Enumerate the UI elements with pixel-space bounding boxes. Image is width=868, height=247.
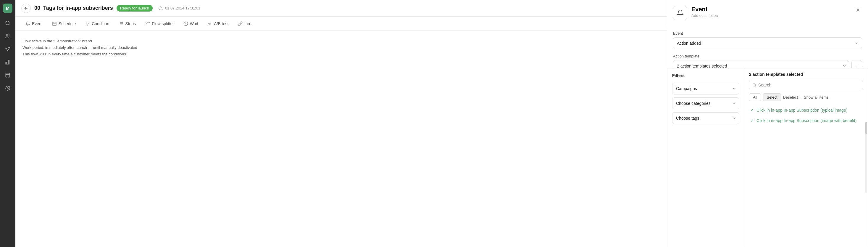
- search-box[interactable]: [749, 80, 863, 90]
- scrollbar-track: [865, 122, 867, 193]
- tab-event-label: Event: [32, 21, 42, 26]
- flow-info-line2: Work period: immediately after launch — …: [23, 45, 660, 51]
- topbar: 00_Tags for in-app subscribers Ready for…: [16, 0, 667, 17]
- save-timestamp: 01.07.2024 17:31:01: [165, 6, 200, 10]
- tab-link-label: Lin...: [244, 21, 253, 26]
- action-template-label: Action template: [673, 54, 862, 58]
- event-field-group: Event Action added: [673, 31, 862, 49]
- tab-ab-test[interactable]: AB A/B test: [203, 19, 232, 28]
- event-select[interactable]: Action added: [673, 37, 862, 49]
- svg-rect-2: [6, 62, 6, 64]
- tab-wait-label: Wait: [190, 21, 198, 26]
- event-label: Event: [673, 31, 862, 35]
- svg-text:AB: AB: [208, 22, 211, 25]
- sidebar-icon-campaigns[interactable]: [2, 44, 13, 54]
- result-label-1: Click in in-app In-app Subscription (typ…: [756, 108, 847, 113]
- check-icon-1: ✓: [750, 107, 754, 113]
- results-panel: 2 action templates selected All Select D…: [744, 68, 868, 247]
- list-icon: [119, 21, 123, 26]
- result-item-1[interactable]: ✓ Click in in-app In-app Subscription (t…: [749, 105, 863, 115]
- tab-condition[interactable]: Condition: [81, 19, 113, 28]
- right-panel: Event Add description Event Action added…: [667, 0, 868, 247]
- search-input[interactable]: [758, 83, 860, 87]
- sidebar-icon-settings[interactable]: [2, 83, 13, 93]
- close-button[interactable]: [854, 6, 862, 14]
- main-content: 00_Tags for in-app subscribers Ready for…: [16, 0, 667, 247]
- cloud-icon: [159, 6, 163, 11]
- svg-point-5: [7, 88, 8, 89]
- result-label-2: Click in in-app In-app Subscription (ima…: [756, 118, 857, 123]
- page-title: 00_Tags for in-app subscribers: [34, 5, 113, 11]
- avatar[interactable]: M: [3, 4, 12, 13]
- svg-marker-10: [86, 22, 90, 25]
- flow-info-line3: This flow will run every time a customer…: [23, 51, 660, 57]
- results-title: 2 action templates selected: [749, 72, 803, 77]
- calendar-icon: [52, 21, 57, 26]
- filter-tab-all[interactable]: All: [749, 93, 761, 101]
- filter-tabs: All Select Deselect · Show all items: [749, 93, 863, 101]
- filter-tab-select[interactable]: Select: [763, 93, 781, 101]
- tab-flow-splitter[interactable]: Flow splitter: [141, 19, 178, 28]
- clock-icon: [183, 21, 188, 26]
- filter-tab-deselect[interactable]: Deselect: [783, 95, 798, 100]
- campaigns-filter-select[interactable]: Campaigns: [672, 83, 739, 94]
- panel-header: Event Add description: [667, 0, 868, 25]
- panel-title: Event: [691, 6, 850, 13]
- sidebar-icon-users[interactable]: [2, 31, 13, 42]
- tab-schedule[interactable]: Schedule: [48, 19, 80, 28]
- tags-filter-select[interactable]: Choose tags: [672, 112, 739, 124]
- sidebar-icon-analytics[interactable]: [2, 57, 13, 67]
- ab-icon: AB: [207, 21, 212, 26]
- svg-rect-6: [53, 22, 56, 25]
- filter-icon: [85, 21, 90, 26]
- panel-body: Event Action added Action template 2 act…: [667, 25, 868, 247]
- svg-point-21: [753, 84, 755, 86]
- categories-filter-select[interactable]: Choose categories: [672, 98, 739, 109]
- result-item-2[interactable]: ✓ Click in in-app In-app Subscription (i…: [749, 115, 863, 126]
- svg-point-1: [6, 34, 8, 36]
- check-icon-2: ✓: [750, 117, 754, 123]
- link-icon: [238, 21, 243, 26]
- tab-ab-test-label: A/B test: [214, 21, 228, 26]
- flow-info-line1: Flow active in the "Demonstration" brand: [23, 38, 660, 45]
- filter-tab-show-all[interactable]: Show all items: [804, 95, 829, 100]
- tab-event[interactable]: Event: [21, 19, 47, 28]
- panel-subtitle: Add description: [691, 13, 850, 18]
- back-button[interactable]: [21, 4, 31, 13]
- tab-flow-splitter-label: Flow splitter: [152, 21, 174, 26]
- search-icon: [752, 83, 756, 87]
- canvas: Flow active in the "Demonstration" brand…: [16, 31, 667, 247]
- scrollbar-thumb[interactable]: [865, 122, 867, 134]
- nav-tabs: Event Schedule Condition Steps Flow spli…: [16, 17, 667, 31]
- filters-panel: Filters Campaigns Choose categories Choo…: [668, 68, 744, 247]
- save-info: 01.07.2024 17:31:01: [159, 6, 200, 11]
- tab-wait[interactable]: Wait: [179, 19, 202, 28]
- tab-schedule-label: Schedule: [59, 21, 76, 26]
- bell-icon: [26, 21, 30, 26]
- sidebar-icon-integrations[interactable]: [2, 70, 13, 81]
- tab-steps[interactable]: Steps: [115, 19, 140, 28]
- filters-title: Filters: [672, 73, 739, 78]
- template-dropdown-popup: Filters Campaigns Choose categories Choo…: [667, 68, 868, 247]
- status-badge: Ready for launch: [117, 5, 153, 11]
- tab-condition-label: Condition: [92, 21, 109, 26]
- svg-rect-4: [8, 60, 9, 64]
- svg-point-0: [6, 21, 9, 25]
- results-header-row: 2 action templates selected: [749, 72, 863, 77]
- panel-event-icon: [673, 6, 687, 20]
- sidebar: M: [0, 0, 16, 247]
- svg-rect-3: [7, 61, 8, 64]
- flow-info: Flow active in the "Demonstration" brand…: [23, 38, 660, 57]
- split-icon: [145, 21, 150, 26]
- tab-steps-label: Steps: [125, 21, 136, 26]
- sidebar-icon-search[interactable]: [2, 18, 13, 28]
- tab-link[interactable]: Lin...: [234, 19, 257, 28]
- panel-title-block: Event Add description: [691, 6, 850, 18]
